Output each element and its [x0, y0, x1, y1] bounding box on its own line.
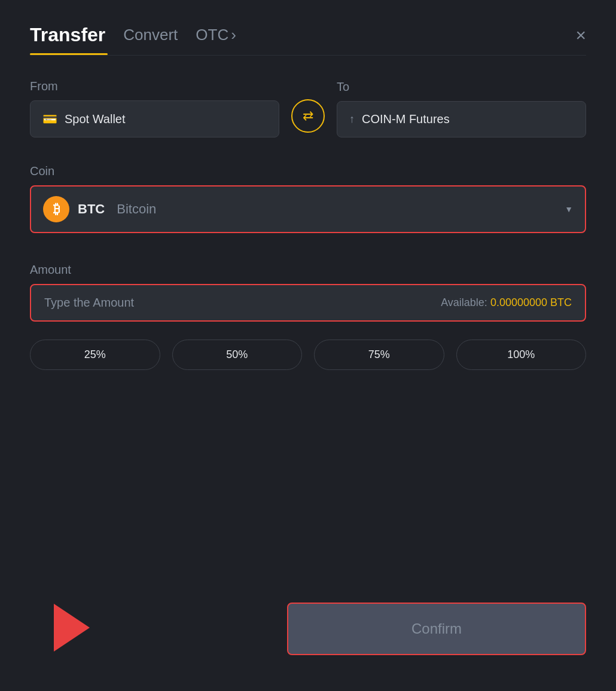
convert-tab[interactable]: Convert [123, 26, 178, 44]
pct-50-button[interactable]: 50% [172, 340, 303, 370]
header-divider [30, 55, 586, 56]
coin-symbol: BTC [78, 201, 105, 217]
btc-coin-icon: ₿ [43, 196, 69, 222]
coin-label: Coin [30, 164, 586, 178]
amount-label: Amount [30, 263, 586, 277]
amount-section: Amount Available: 0.00000000 BTC [30, 263, 586, 340]
swap-button[interactable]: ⇄ [291, 99, 325, 133]
amount-input-box: Available: 0.00000000 BTC [30, 284, 586, 322]
to-wallet-selector[interactable]: ↑ COIN-M Futures [337, 101, 586, 137]
pct-25-button[interactable]: 25% [30, 340, 160, 370]
coin-dropdown[interactable]: ₿ BTC Bitcoin ▼ [30, 185, 586, 233]
to-column: To ↑ COIN-M Futures [337, 80, 586, 137]
to-label: To [337, 80, 586, 94]
modal-header: Transfer Convert OTC › × [30, 24, 586, 46]
transfer-tab[interactable]: Transfer [30, 24, 105, 46]
confirm-button[interactable]: Confirm [287, 603, 586, 655]
pct-75-button[interactable]: 75% [314, 340, 444, 370]
transfer-modal: Transfer Convert OTC › × From 💳 Spot Wal… [0, 0, 616, 691]
coin-section: Coin ₿ BTC Bitcoin ▼ [30, 164, 586, 263]
from-column: From 💳 Spot Wallet [30, 80, 279, 137]
otc-chevron-icon: › [231, 26, 236, 44]
percentage-row: 25% 50% 75% 100% [30, 340, 586, 370]
from-to-section: From 💳 Spot Wallet ⇄ To ↑ COIN-M Futures [30, 80, 586, 137]
wallet-card-icon: 💳 [42, 112, 57, 126]
pct-100-button[interactable]: 100% [456, 340, 587, 370]
available-amount-value: 0.00000000 BTC [490, 296, 572, 308]
swap-icon: ⇄ [303, 108, 313, 124]
available-label: Available: [441, 296, 487, 308]
futures-icon: ↑ [349, 113, 355, 126]
coin-chevron-icon: ▼ [565, 204, 573, 214]
close-button[interactable]: × [575, 26, 586, 44]
coin-full-name: Bitcoin [117, 201, 156, 217]
arrow-container [54, 604, 90, 654]
from-wallet-selector[interactable]: 💳 Spot Wallet [30, 100, 279, 137]
bottom-area: Confirm [30, 591, 586, 655]
available-balance: Available: 0.00000000 BTC [441, 296, 572, 309]
pointer-arrow-icon [54, 604, 90, 652]
otc-tab-label: OTC [196, 26, 228, 44]
amount-input[interactable] [44, 296, 441, 310]
swap-container: ⇄ [291, 99, 325, 137]
from-wallet-name: Spot Wallet [65, 112, 126, 126]
to-wallet-name: COIN-M Futures [362, 112, 450, 126]
otc-tab[interactable]: OTC › [196, 26, 236, 44]
from-label: From [30, 80, 279, 93]
